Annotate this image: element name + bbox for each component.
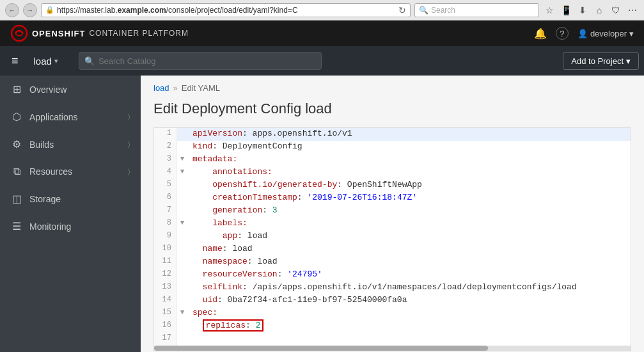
download-icon[interactable]: ⬇ [576,4,589,17]
browser-search-icon: 🔍 [419,6,428,15]
breadcrumb-link[interactable]: load [153,83,169,93]
project-name: load [34,56,52,67]
scroll-thumb[interactable] [154,346,488,351]
yaml-line-5: 5 openshift.io/generated-by: OpenShiftNe… [154,179,631,192]
forward-button[interactable]: → [23,3,37,17]
browser-chrome: ← → 🔒 https://master.lab.example.com/con… [0,0,644,20]
horizontal-scrollbar[interactable] [154,346,631,351]
yaml-line-8: 8 ▼ labels: [154,218,631,230]
yaml-editor[interactable]: 1 apiVersion: apps.openshift.io/v1 2 kin… [153,127,631,351]
hamburger-button[interactable]: ≡ [6,52,24,70]
sidebar-monitoring-label: Monitoring [29,221,130,232]
replicas-highlight: replicas: 2 [203,319,264,332]
sidebar-resources-label: Resources [29,166,122,177]
page-title: Edit Deployment Config load [141,95,644,127]
yaml-line-1: 1 apiVersion: apps.openshift.io/v1 [154,128,631,141]
resources-icon: ⧉ [10,166,23,177]
line-content-9[interactable]: app: load [187,230,631,243]
line-content-11[interactable]: namespace: load [187,256,631,269]
home-icon[interactable]: ⌂ [593,4,606,17]
storage-icon: ◫ [10,193,23,205]
yaml-line-10: 10 name: load [154,243,631,256]
line-content-12[interactable]: resourceVersion: '24795' [187,269,631,282]
yaml-line-7: 7 generation: 3 [154,205,631,218]
yaml-line-3: 3 ▼ metadata: [154,154,631,166]
yaml-line-4: 4 ▼ annotations: [154,166,631,179]
svg-point-0 [12,26,27,41]
search-catalog-bar[interactable]: 🔍 [79,52,322,70]
user-icon: 👤 [577,29,588,38]
sidebar: ⊞ Overview ⬡ Applications 〉 ⚙ Builds 〉 ⧉… [0,76,141,352]
sidebar-item-storage[interactable]: ◫ Storage [0,185,141,212]
line-content-1[interactable]: apiVersion: apps.openshift.io/v1 [187,128,631,141]
line-content-15[interactable]: spec: [187,307,631,320]
browser-search-bar[interactable]: 🔍 Search [414,3,539,17]
yaml-line-12: 12 resourceVersion: '24795' [154,269,631,282]
browser-search-placeholder: Search [431,6,455,15]
line-content-8[interactable]: labels: [187,218,631,230]
username: developer [590,29,627,38]
sidebar-overview-label: Overview [29,84,130,95]
bookmark-icon[interactable]: ☆ [543,4,556,17]
yaml-line-13: 13 selfLink: /apis/apps.openshift.io/v1/… [154,282,631,294]
sidebar-item-builds[interactable]: ⚙ Builds 〉 [0,131,141,158]
notifications-bell-icon[interactable]: 🔔 [534,28,547,40]
main-layout: ⊞ Overview ⬡ Applications 〉 ⚙ Builds 〉 ⧉… [0,76,644,352]
help-icon[interactable]: ? [556,27,569,40]
line-content-7[interactable]: generation: 3 [187,205,631,218]
line-content-14[interactable]: uid: 0ba72f34-afc1-11e9-bf97-52540000fa0… [187,294,631,307]
user-menu[interactable]: 👤 developer ▾ [577,29,634,38]
line-content-4[interactable]: annotations: [187,166,631,179]
openshift-logo-icon [10,24,28,42]
yaml-editor-scroll[interactable]: 1 apiVersion: apps.openshift.io/v1 2 kin… [154,128,631,346]
url-text: https://master.lab.example.com/console/p… [57,6,396,15]
line-content-3[interactable]: metadata: [187,154,631,166]
project-selector[interactable]: load ▾ [29,53,63,69]
resources-chevron: 〉 [128,168,130,176]
sidebar-item-monitoring[interactable]: ☰ Monitoring [0,212,141,240]
project-selector-chevron: ▾ [54,57,58,65]
top-nav-icons: 🔔 ? 👤 developer ▾ [534,27,634,40]
yaml-line-14: 14 uid: 0ba72f34-afc1-11e9-bf97-52540000… [154,294,631,307]
url-bar[interactable]: 🔒 https://master.lab.example.com/console… [41,3,411,17]
brand-name: OPENSHIFT [32,29,85,38]
menu-icon[interactable]: ⋯ [626,4,639,17]
content-area: load » Edit YAML Edit Deployment Config … [141,76,644,352]
search-catalog-input[interactable] [98,56,316,66]
yaml-line-11: 11 namespace: load [154,256,631,269]
breadcrumb: load » Edit YAML [141,76,644,95]
overview-icon: ⊞ [10,83,23,95]
line-content-16[interactable]: replicas: 2 [187,320,631,333]
user-menu-chevron: ▾ [629,29,634,38]
lock-icon: 🔒 [45,6,54,14]
sidebar-builds-label: Builds [29,140,122,150]
briefcase-icon[interactable]: 📱 [560,4,572,17]
add-to-project-button[interactable]: Add to Project ▾ [563,52,639,70]
line-content-6[interactable]: creationTimestamp: '2019-07-26T16:18:47Z… [187,192,631,205]
openshift-logo: OPENSHIFT CONTAINER PLATFORM [10,24,189,42]
yaml-line-6: 6 creationTimestamp: '2019-07-26T16:18:4… [154,192,631,205]
search-catalog-icon: 🔍 [84,56,95,66]
reload-icon[interactable]: ↻ [398,5,406,15]
back-button[interactable]: ← [5,3,19,17]
line-content-17[interactable] [187,333,631,346]
sidebar-storage-label: Storage [29,194,130,204]
builds-icon: ⚙ [10,138,23,150]
line-content-10[interactable]: name: load [187,243,631,256]
add-to-project-chevron: ▾ [626,56,631,66]
line-content-2[interactable]: kind: DeploymentConfig [187,141,631,154]
applications-chevron: 〉 [128,113,130,121]
line-content-5[interactable]: openshift.io/generated-by: OpenShiftNewA… [187,179,631,192]
yaml-line-9: 9 app: load [154,230,631,243]
yaml-line-17: 17 [154,333,631,346]
line-content-13[interactable]: selfLink: /apis/apps.openshift.io/v1/nam… [187,282,631,294]
yaml-line-15: 15 ▼ spec: [154,307,631,320]
sidebar-item-overview[interactable]: ⊞ Overview [0,76,141,103]
shield-icon[interactable]: 🛡 [609,4,622,17]
applications-icon: ⬡ [10,111,23,123]
sidebar-item-applications[interactable]: ⬡ Applications 〉 [0,103,141,131]
breadcrumb-separator: » [173,83,178,93]
sidebar-item-resources[interactable]: ⧉ Resources 〉 [0,158,141,185]
top-nav: OPENSHIFT CONTAINER PLATFORM 🔔 ? 👤 devel… [0,20,644,46]
sidebar-applications-label: Applications [29,112,122,122]
